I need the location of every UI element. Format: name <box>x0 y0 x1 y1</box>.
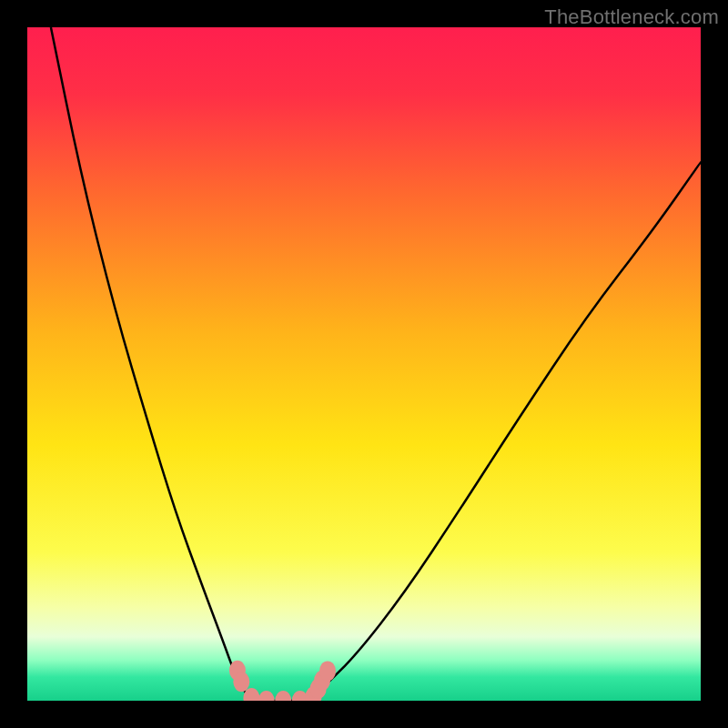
marker-point <box>258 691 275 701</box>
marker-point <box>319 661 336 681</box>
plot-area <box>27 27 701 701</box>
marker-point <box>275 691 291 701</box>
highlight-markers <box>27 27 701 701</box>
watermark-text: TheBottleneck.com <box>544 5 719 29</box>
marker-point <box>233 672 249 692</box>
